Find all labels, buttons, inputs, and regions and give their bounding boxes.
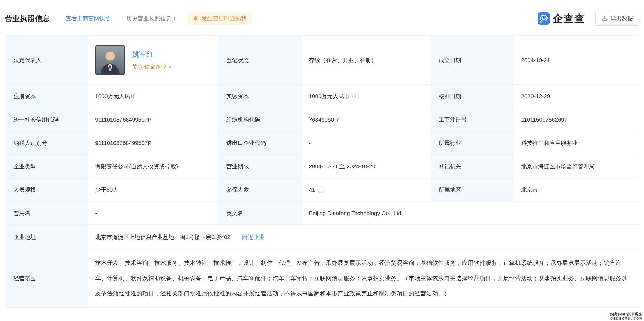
legal-rep-name-link[interactable]: 姚军红 [132,49,171,59]
field-label-staff-size: 人员规模 [5,178,89,202]
field-label-business-scope: 经营范围 [5,249,89,308]
field-label-company-type: 企业类型 [5,155,89,178]
field-value-paid-capital: 1000万元人民币 i [302,85,430,108]
info-icon[interactable]: i [318,187,324,193]
address-text: 北京市海淀区上地信息产业基地三街1号楼四层C段402 [95,233,230,241]
watermark-line1: 织梦内容管理系统 [610,312,642,316]
field-value-industry: 科技推广和应用服务业 [515,131,639,155]
field-label-import-export-code: 进出口企业代码 [218,131,302,155]
field-value-import-export-code: - [302,131,430,155]
field-value-taxpayer-id: 91110108768499507P [89,131,218,155]
field-value-org-code: 76849950-7 [302,108,430,131]
field-value-reg-capital: 1000万元人民币 [89,85,218,108]
field-value-english-name: Beijing Dianfeng Technology Co., Ltd. [302,202,639,225]
field-value-business-scope: 技术开发、技术咨询、技术服务、技术转让、技术推广；设计、制作、代理、发布广告；承… [89,249,639,308]
page-title: 营业执照信息 [5,14,50,23]
header-right-group: 企查查 导出数据 [537,12,639,26]
notify-badge-label: 发生变更时通知我 [202,15,247,22]
bell-icon [192,16,199,22]
field-label-address: 企业地址 [5,225,89,249]
field-label-english-name: 英文名 [218,202,302,225]
field-label-legal-rep: 法定代表人 [5,36,89,85]
field-value-reg-number: 110115007562697 [515,108,639,131]
section-header: 营业执照信息 查看工商官网快照 历史营业执照信息 1 发生变更时通知我 企查查 [0,0,644,35]
qichacha-logo-icon [537,12,550,25]
field-value-former-name: - [89,202,218,225]
field-value-approval-date: 2020-12-29 [515,85,639,108]
field-label-region: 所属地区 [430,178,515,202]
field-label-former-name: 曾用名 [5,202,89,225]
legal-rep-info: 姚军红 关联42家企业 > [132,49,171,71]
field-value-business-term: 2004-10-21 至 2024-10-20 [302,155,430,178]
notify-on-change-button[interactable]: 发生变更时通知我 [188,12,252,25]
field-label-business-term: 营业期限 [218,155,302,178]
field-label-paid-capital: 实缴资本 [218,85,302,108]
field-value-staff-size: 少于50人 [89,178,218,202]
export-button-label: 导出数据 [610,15,633,22]
info-icon[interactable]: i [352,93,359,99]
export-data-button[interactable]: 导出数据 [595,12,639,26]
field-label-industry: 所属行业 [430,131,515,155]
field-label-reg-authority: 登记机关 [430,155,515,178]
field-value-credit-code: 91110108768499507P [89,108,218,131]
field-label-reg-status: 登记状态 [218,36,302,85]
nearby-companies-link[interactable]: 附近企业 [242,233,265,241]
field-value-establish-date: 2004-10-21 [515,36,639,85]
field-value-region: 北京市 [515,178,639,202]
field-value-insured-count: 41 i [302,178,430,202]
field-label-approval-date: 核准日期 [430,85,515,108]
field-value-reg-status: 存续（在营、开业、在册） [302,36,430,85]
paid-capital-text: 1000万元人民币 [309,92,350,100]
field-label-establish-date: 成立日期 [430,36,515,85]
business-license-page: 营业执照信息 查看工商官网快照 历史营业执照信息 1 发生变更时通知我 企查查 [0,0,644,321]
qichacha-logo[interactable]: 企查查 [537,12,585,25]
field-label-reg-number: 工商注册号 [430,108,515,131]
field-label-credit-code: 统一社会信用代码 [5,108,89,131]
field-value-reg-authority: 北京市海淀区市场监督管理局 [515,155,639,178]
field-label-taxpayer-id: 纳税人识别号 [5,131,89,155]
field-value-address: 北京市海淀区上地信息产业基地三街1号楼四层C段402 附近企业 [89,225,639,249]
watermark-line2: DEDECMS.COM [610,316,642,320]
qichacha-logo-text: 企查查 [553,12,585,25]
snapshot-link[interactable]: 查看工商官网快照 [66,15,111,22]
history-license-link[interactable]: 历史营业执照信息 1 [126,15,176,22]
insured-count-text: 41 [309,187,315,193]
field-value-company-type: 有限责任公司(自然人投资或控股) [89,155,218,178]
watermark: 织梦内容管理系统 DEDECMS.COM [610,312,642,320]
license-info-table: 法定代表人 姚军红 关联42家企业 > 登记状态 存续（在营、开业、在册） [5,35,639,308]
download-icon [602,16,607,22]
field-label-org-code: 组织机构代码 [218,108,302,131]
field-label-reg-capital: 注册资本 [5,85,89,108]
field-value-legal-rep: 姚军红 关联42家企业 > [89,36,218,85]
legal-rep-related-link[interactable]: 关联42家企业 > [132,63,171,71]
legal-rep-avatar[interactable] [95,45,125,75]
field-label-insured-count: 参保人数 [218,178,302,202]
